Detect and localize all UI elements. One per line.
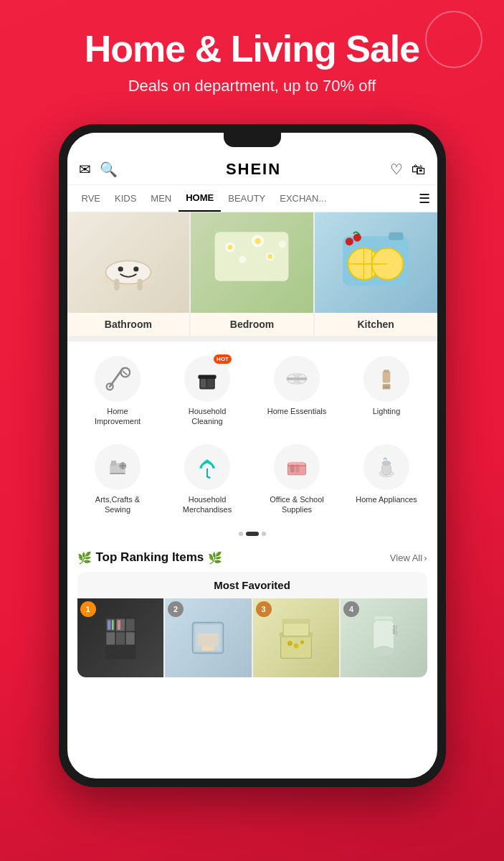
hamburger-icon[interactable]: ☰ [419,191,430,207]
lighting-icon-circle: UGG [363,356,409,402]
icon-home-improvement[interactable]: HomeImprovement [73,350,163,433]
svg-point-77 [300,641,304,644]
tab-rve[interactable]: RVE [75,186,108,211]
top-category-grid: Bathroom [67,212,437,336]
tab-beauty[interactable]: BEAUTY [221,186,272,211]
icon-household-cleaning[interactable]: HOT HouseholdCleaning [163,350,252,433]
ranking-header: 🌿 Top Ranking Items 🌿 View All › [77,550,427,565]
rank-badge-4: 4 [343,601,359,617]
fav-item-1[interactable]: 1 [77,598,164,677]
svg-point-3 [133,267,138,272]
svg-point-11 [279,240,286,248]
household-cleaning-label: HouseholdCleaning [189,406,227,427]
svg-rect-5 [137,279,142,291]
bathroom-label: Bathroom [67,313,190,336]
svg-text:UGG: UGG [384,386,389,389]
dot-1 [239,532,243,536]
rank-badge-3: 3 [256,601,272,617]
phone-mockup: ✉ 🔍 SHEIN ♡ 🛍 RVE KIDS MEN HOME BEAUTY E… [59,124,446,787]
tab-kids[interactable]: KIDS [108,186,143,211]
office-school-icon-circle [274,444,320,490]
app-header: ✉ 🔍 SHEIN ♡ 🛍 [67,154,437,185]
rank-badge-2: 2 [168,601,184,617]
home-improvement-icon-circle [95,356,141,402]
svg-rect-69 [198,634,219,646]
svg-rect-16 [389,232,403,240]
icon-home-appliances[interactable]: Home Appliances [342,438,432,521]
svg-rect-60 [125,619,134,631]
svg-point-14 [268,254,273,259]
svg-rect-74 [282,619,310,624]
svg-rect-64 [108,621,110,631]
fav-item-4[interactable]: 4 enjoy the little [341,598,427,677]
fav-item-3[interactable]: 3 [253,598,340,677]
most-favorited-card: Most Favorited 1 [77,572,427,677]
svg-rect-37 [383,371,391,382]
svg-point-23 [346,237,353,245]
svg-point-27 [121,368,130,377]
home-essentials-label: Home Essentials [267,406,327,416]
svg-point-76 [293,644,298,649]
wishlist-icon[interactable]: ♡ [390,161,403,178]
header-right: ♡ 🛍 [390,161,426,178]
kitchen-image [315,212,437,313]
tab-home[interactable]: HOME [179,185,221,212]
hero-subtitle: Deals on department, up to 70% off [85,77,419,95]
dot-3 [262,532,266,536]
svg-rect-61 [106,633,115,645]
category-card-bathroom[interactable]: Bathroom [67,212,190,336]
svg-line-28 [123,371,127,375]
household-merchandises-label: HouseholdMerchandises [183,494,232,515]
search-icon[interactable]: 🔍 [100,161,118,178]
rank-badge-1: 1 [80,601,96,617]
fav-item-2[interactable]: 2 [165,598,252,677]
category-card-kitchen[interactable]: Kitchen [315,212,437,336]
svg-point-1 [105,260,151,283]
svg-rect-4 [114,279,119,291]
hot-badge: HOT [214,354,232,364]
app-logo: SHEIN [226,160,281,179]
cart-icon[interactable]: 🛍 [412,161,426,178]
icon-category-grid-row2: Arts,Crafts &Sewing HouseholdMerchandise… [67,436,437,527]
ranking-section: 🌿 Top Ranking Items 🌿 View All › Most Fa… [67,542,437,683]
svg-text:the little: the little [395,626,399,636]
laurel-left-icon: 🌿 [77,551,92,565]
svg-rect-42 [111,461,116,466]
icon-lighting[interactable]: UGG Lighting [342,350,432,433]
icon-home-essentials[interactable]: Home Essentials [252,350,342,433]
icon-office-school[interactable]: Office & SchoolSupplies [252,438,342,521]
svg-point-80 [374,646,394,657]
arts-crafts-label: Arts,Crafts &Sewing [95,494,140,515]
category-card-bedroom[interactable]: Bedroom [191,212,313,336]
divider [67,336,437,342]
view-all-button[interactable]: View All › [390,552,427,563]
ranking-title: Top Ranking Items [96,550,204,565]
svg-point-75 [287,641,293,646]
header-left: ✉ 🔍 [79,161,118,178]
icon-household-merchandises[interactable]: HouseholdMerchandises [163,438,252,521]
kitchen-label: Kitchen [315,313,437,336]
bedroom-image [191,212,313,313]
svg-rect-62 [116,633,125,645]
hero-section: Home & Living Sale Deals on department, … [70,0,434,110]
svg-rect-66 [117,621,120,631]
phone-notch [224,133,281,147]
mail-icon[interactable]: ✉ [79,161,91,178]
chevron-right-icon: › [424,552,427,563]
view-all-label: View All [390,552,422,563]
hero-title: Home & Living Sale [85,29,419,70]
svg-rect-65 [112,621,114,631]
ranking-title-wrap: 🌿 Top Ranking Items 🌿 [77,550,223,565]
bathroom-image [67,212,190,313]
svg-rect-30 [201,379,206,388]
svg-rect-31 [207,379,214,388]
svg-rect-6 [215,232,289,281]
svg-point-2 [118,267,123,272]
arts-crafts-icon-circle [95,444,141,490]
svg-rect-70 [202,646,214,651]
tab-men[interactable]: MEN [143,186,179,211]
tab-exchange[interactable]: EXCHAN... [272,186,333,211]
svg-point-13 [255,238,262,245]
svg-rect-38 [384,370,389,373]
icon-arts-crafts[interactable]: Arts,Crafts &Sewing [73,438,163,521]
